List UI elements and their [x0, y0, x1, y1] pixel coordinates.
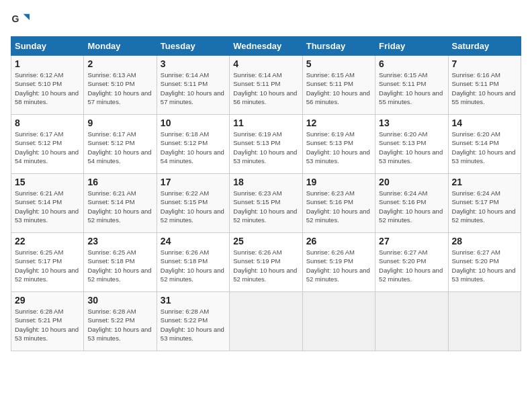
- day-info: Sunrise: 6:21 AMSunset: 5:14 PMDaylight:…: [15, 189, 79, 224]
- day-info: Sunrise: 6:15 AMSunset: 5:11 PMDaylight:…: [306, 71, 370, 105]
- day-info: Sunrise: 6:28 AMSunset: 5:22 PMDaylight:…: [161, 308, 224, 342]
- day-number: 6: [379, 58, 444, 69]
- calendar-cell: 24 Sunrise: 6:26 AMSunset: 5:18 PMDaylig…: [157, 233, 229, 292]
- day-number: 19: [306, 177, 371, 187]
- day-info: Sunrise: 6:13 AMSunset: 5:10 PMDaylight:…: [87, 71, 151, 105]
- day-number: 31: [161, 295, 226, 306]
- calendar-cell: 4 Sunrise: 6:14 AMSunset: 5:11 PMDayligh…: [230, 56, 302, 115]
- day-number: 28: [452, 236, 517, 246]
- header-cell-monday: Monday: [84, 37, 157, 56]
- day-info: Sunrise: 6:25 AMSunset: 5:17 PMDaylight:…: [15, 248, 79, 283]
- day-number: 29: [15, 295, 80, 306]
- day-number: 10: [161, 118, 226, 128]
- day-number: 11: [233, 118, 298, 128]
- day-info: Sunrise: 6:19 AMSunset: 5:13 PMDaylight:…: [306, 130, 370, 165]
- calendar-cell: 1 Sunrise: 6:12 AMSunset: 5:10 PMDayligh…: [11, 56, 84, 115]
- week-row-3: 15 Sunrise: 6:21 AMSunset: 5:14 PMDaylig…: [11, 174, 521, 233]
- day-number: 17: [161, 177, 226, 187]
- day-info: Sunrise: 6:28 AMSunset: 5:22 PMDaylight:…: [87, 308, 151, 342]
- calendar-cell: 9 Sunrise: 6:17 AMSunset: 5:12 PMDayligh…: [84, 115, 157, 174]
- day-number: 25: [233, 236, 298, 246]
- calendar-cell: 15 Sunrise: 6:21 AMSunset: 5:14 PMDaylig…: [11, 174, 84, 233]
- day-number: 23: [87, 236, 152, 246]
- calendar-table: SundayMondayTuesdayWednesdayThursdayFrid…: [11, 36, 521, 351]
- header-cell-sunday: Sunday: [11, 37, 84, 56]
- day-info: Sunrise: 6:21 AMSunset: 5:14 PMDaylight:…: [87, 189, 151, 224]
- calendar-cell: 18 Sunrise: 6:23 AMSunset: 5:15 PMDaylig…: [230, 174, 302, 233]
- header: G: [11, 11, 521, 30]
- day-number: 2: [87, 58, 152, 69]
- calendar-cell: 12 Sunrise: 6:19 AMSunset: 5:13 PMDaylig…: [302, 115, 375, 174]
- calendar-cell: 2 Sunrise: 6:13 AMSunset: 5:10 PMDayligh…: [84, 56, 157, 115]
- day-number: 12: [306, 118, 371, 128]
- day-number: 20: [379, 177, 444, 187]
- header-row: SundayMondayTuesdayWednesdayThursdayFrid…: [11, 37, 521, 56]
- day-number: 5: [306, 58, 371, 69]
- calendar-cell: 6 Sunrise: 6:15 AMSunset: 5:11 PMDayligh…: [375, 56, 448, 115]
- day-number: 8: [15, 118, 80, 128]
- day-info: Sunrise: 6:17 AMSunset: 5:12 PMDaylight:…: [15, 130, 79, 165]
- day-info: Sunrise: 6:17 AMSunset: 5:12 PMDaylight:…: [87, 130, 151, 165]
- day-info: Sunrise: 6:23 AMSunset: 5:16 PMDaylight:…: [306, 189, 370, 224]
- header-cell-saturday: Saturday: [448, 37, 521, 56]
- day-number: 22: [15, 236, 80, 246]
- calendar-cell: 26 Sunrise: 6:26 AMSunset: 5:19 PMDaylig…: [302, 233, 375, 292]
- calendar-cell: 21 Sunrise: 6:24 AMSunset: 5:17 PMDaylig…: [448, 174, 521, 233]
- day-number: 27: [379, 236, 444, 246]
- calendar-cell: [302, 292, 375, 351]
- header-cell-thursday: Thursday: [302, 37, 375, 56]
- calendar-cell: 31 Sunrise: 6:28 AMSunset: 5:22 PMDaylig…: [157, 292, 229, 351]
- day-info: Sunrise: 6:25 AMSunset: 5:18 PMDaylight:…: [87, 248, 151, 283]
- calendar-cell: 17 Sunrise: 6:22 AMSunset: 5:15 PMDaylig…: [157, 174, 229, 233]
- day-number: 16: [87, 177, 152, 187]
- day-info: Sunrise: 6:26 AMSunset: 5:18 PMDaylight:…: [161, 248, 224, 283]
- calendar-cell: [230, 292, 302, 351]
- calendar-cell: 30 Sunrise: 6:28 AMSunset: 5:22 PMDaylig…: [84, 292, 157, 351]
- day-info: Sunrise: 6:27 AMSunset: 5:20 PMDaylight:…: [452, 248, 516, 283]
- header-cell-friday: Friday: [375, 37, 448, 56]
- day-number: 14: [452, 118, 517, 128]
- day-number: 15: [15, 177, 80, 187]
- day-info: Sunrise: 6:28 AMSunset: 5:21 PMDaylight:…: [15, 308, 79, 342]
- day-number: 9: [87, 118, 152, 128]
- day-info: Sunrise: 6:27 AMSunset: 5:20 PMDaylight:…: [379, 248, 443, 283]
- day-info: Sunrise: 6:14 AMSunset: 5:11 PMDaylight:…: [161, 71, 224, 105]
- calendar-cell: 7 Sunrise: 6:16 AMSunset: 5:11 PMDayligh…: [448, 56, 521, 115]
- calendar-cell: 23 Sunrise: 6:25 AMSunset: 5:18 PMDaylig…: [84, 233, 157, 292]
- day-info: Sunrise: 6:16 AMSunset: 5:11 PMDaylight:…: [452, 71, 516, 105]
- day-number: 18: [233, 177, 298, 187]
- day-number: 4: [233, 58, 298, 69]
- calendar-cell: 22 Sunrise: 6:25 AMSunset: 5:17 PMDaylig…: [11, 233, 84, 292]
- day-number: 13: [379, 118, 444, 128]
- day-info: Sunrise: 6:24 AMSunset: 5:16 PMDaylight:…: [379, 189, 443, 224]
- day-number: 21: [452, 177, 517, 187]
- day-info: Sunrise: 6:18 AMSunset: 5:12 PMDaylight:…: [161, 130, 224, 165]
- logo-icon: G: [11, 11, 30, 30]
- header-cell-wednesday: Wednesday: [230, 37, 302, 56]
- calendar-cell: 19 Sunrise: 6:23 AMSunset: 5:16 PMDaylig…: [302, 174, 375, 233]
- calendar-cell: 27 Sunrise: 6:27 AMSunset: 5:20 PMDaylig…: [375, 233, 448, 292]
- day-info: Sunrise: 6:22 AMSunset: 5:15 PMDaylight:…: [161, 189, 224, 224]
- week-row-5: 29 Sunrise: 6:28 AMSunset: 5:21 PMDaylig…: [11, 292, 521, 351]
- week-row-1: 1 Sunrise: 6:12 AMSunset: 5:10 PMDayligh…: [11, 56, 521, 115]
- logo: G: [11, 11, 32, 30]
- calendar-cell: 20 Sunrise: 6:24 AMSunset: 5:16 PMDaylig…: [375, 174, 448, 233]
- day-info: Sunrise: 6:26 AMSunset: 5:19 PMDaylight:…: [306, 248, 370, 283]
- day-info: Sunrise: 6:26 AMSunset: 5:19 PMDaylight:…: [233, 248, 297, 283]
- calendar-cell: 5 Sunrise: 6:15 AMSunset: 5:11 PMDayligh…: [302, 56, 375, 115]
- calendar-cell: 3 Sunrise: 6:14 AMSunset: 5:11 PMDayligh…: [157, 56, 229, 115]
- calendar-cell: [448, 292, 521, 351]
- week-row-2: 8 Sunrise: 6:17 AMSunset: 5:12 PMDayligh…: [11, 115, 521, 174]
- day-number: 3: [161, 58, 226, 69]
- calendar-cell: 10 Sunrise: 6:18 AMSunset: 5:12 PMDaylig…: [157, 115, 229, 174]
- day-info: Sunrise: 6:19 AMSunset: 5:13 PMDaylight:…: [233, 130, 297, 165]
- week-row-4: 22 Sunrise: 6:25 AMSunset: 5:17 PMDaylig…: [11, 233, 521, 292]
- day-info: Sunrise: 6:23 AMSunset: 5:15 PMDaylight:…: [233, 189, 297, 224]
- day-number: 26: [306, 236, 371, 246]
- svg-marker-1: [24, 14, 30, 20]
- calendar-cell: 29 Sunrise: 6:28 AMSunset: 5:21 PMDaylig…: [11, 292, 84, 351]
- header-cell-tuesday: Tuesday: [157, 37, 229, 56]
- calendar-cell: 11 Sunrise: 6:19 AMSunset: 5:13 PMDaylig…: [230, 115, 302, 174]
- day-info: Sunrise: 6:14 AMSunset: 5:11 PMDaylight:…: [233, 71, 297, 105]
- calendar-cell: [375, 292, 448, 351]
